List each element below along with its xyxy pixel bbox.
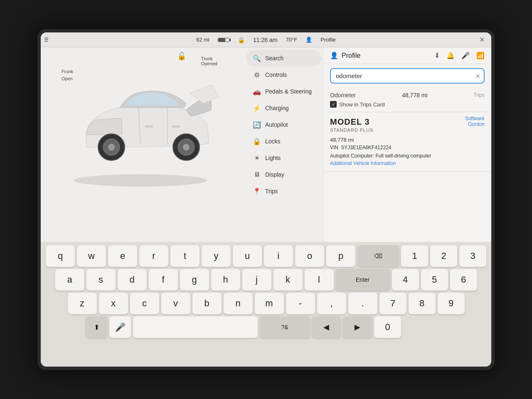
key-3[interactable]: 3 [459,245,486,267]
key-i[interactable]: i [264,245,293,267]
clear-search-icon[interactable]: ✕ [475,72,480,80]
odometer-row: Odometer 48,778 mi Trips [330,92,485,99]
software-label[interactable]: Software [465,116,485,121]
screen-inner: ☰ 62 mi 🔒 11:26 am 70°F 👤 Profile ✕ Frun… [41,32,491,367]
software-section: Software Gordon [465,116,485,127]
charging-icon: ⚡ [253,104,261,112]
sidebar-item-trips[interactable]: 📍 Trips [246,183,321,200]
sidebar-lights-label: Lights [265,155,281,161]
key-2[interactable]: 2 [430,245,457,267]
key-comma[interactable]: , [317,293,346,314]
key-4[interactable]: 4 [392,269,419,291]
key-t[interactable]: t [170,245,200,267]
keyboard-row-4: ⬆ 🎤 ?& ◀ ▶ 0 [43,316,489,338]
key-0[interactable]: 0 [374,316,401,338]
key-n[interactable]: n [224,293,253,314]
status-bar: ☰ 62 mi 🔒 11:26 am 70°F 👤 Profile ✕ [41,32,491,47]
key-o[interactable]: o [295,245,324,267]
bell-icon[interactable]: 🔔 [446,52,455,59]
vehicle-vin: VIN 5YJ3E1EA6KF412224 [330,145,485,150]
controls-icon: ⚙ [253,71,261,79]
key-9[interactable]: 9 [438,293,465,314]
key-5[interactable]: 5 [421,269,448,291]
status-left: ☰ [44,37,49,43]
key-r[interactable]: r [139,245,168,267]
trips-link[interactable]: Trips [474,92,485,98]
key-arrow-left[interactable]: ◀ [312,316,341,338]
key-arrow-right[interactable]: ▶ [343,316,372,338]
key-m[interactable]: m [255,293,284,314]
sidebar-item-autopilot[interactable]: 🔄 Autopilot [246,116,321,133]
car-illustration: ⚡ [62,60,219,193]
key-v[interactable]: v [161,293,190,314]
key-dash[interactable]: - [286,293,315,314]
vin-label: VIN [330,145,338,150]
key-space[interactable] [133,316,258,338]
additional-info-link[interactable]: Additional Vehicle Information [330,160,485,166]
key-period[interactable]: . [348,293,377,314]
close-button[interactable]: ✕ [479,36,485,44]
mic-header-icon[interactable]: 🎤 [461,52,470,59]
key-enter[interactable]: Enter [336,269,390,291]
car-lock-icon: 🔓 [177,52,186,61]
left-car-panel: Frunk Open Trunk Opened 🔓 [41,47,244,242]
key-f[interactable]: f [149,269,178,291]
sidebar-item-lights[interactable]: ☀ Lights [246,150,321,166]
autopilot-value: Full self-driving computer [375,153,431,159]
autopilot-info: Autopilot Computer: Full self-driving co… [330,153,485,159]
key-l[interactable]: l [305,269,334,291]
right-panel-spacer [323,172,491,242]
key-w[interactable]: w [77,245,106,267]
status-center: 62 mi 🔒 11:26 am 70°F 👤 Profile [196,37,336,43]
search-box: ✕ [330,68,485,84]
numpad-spacer [403,316,446,338]
key-a[interactable]: a [55,269,84,291]
sidebar-item-charging[interactable]: ⚡ Charging [246,100,321,116]
sidebar-controls-label: Controls [265,71,287,78]
key-special[interactable]: ?& [260,316,310,338]
vehicle-info: Software Gordon MODEL 3 STANDARD PLUS 48… [323,112,491,172]
vehicle-variant: STANDARD PLUS [330,128,485,133]
profile-person-icon: 👤 [330,52,338,59]
sidebar-item-controls[interactable]: ⚙ Controls [246,66,321,83]
key-d[interactable]: d [118,269,147,291]
download-icon[interactable]: ⬇ [434,52,440,59]
sidebar-item-search[interactable]: 🔍 Search [246,50,321,66]
user-name: Gordon [465,121,485,127]
profile-title-label: Profile [342,52,360,59]
key-1[interactable]: 1 [401,245,428,267]
key-b[interactable]: b [192,293,222,314]
sidebar-item-display[interactable]: 🖥 Display [246,166,321,183]
key-h[interactable]: h [211,269,240,291]
autopilot-icon: 🔄 [253,121,261,129]
key-x[interactable]: x [99,293,128,314]
key-backspace[interactable]: ⌫ [357,245,399,267]
sidebar-display-label: Display [265,171,284,178]
key-6[interactable]: 6 [450,269,477,291]
middle-menu-panel: 🔍 Search ⚙ Controls 🚗 Pedals & Steering … [244,47,323,242]
wifi-icon: 📶 [476,52,485,59]
key-caps[interactable]: ⬆ [86,316,107,338]
key-g[interactable]: g [180,269,209,291]
key-e[interactable]: e [108,245,137,267]
sidebar-item-locks[interactable]: 🔒 Locks [246,133,321,150]
key-p[interactable]: p [326,245,355,267]
key-z[interactable]: z [68,293,97,314]
key-j[interactable]: j [242,269,271,291]
key-c[interactable]: c [130,293,159,314]
key-7[interactable]: 7 [379,293,406,314]
key-8[interactable]: 8 [409,293,436,314]
key-y[interactable]: y [202,245,231,267]
keyboard-row-3: z x c v b n m - , . 7 8 9 [43,293,489,314]
sidebar-item-pedals[interactable]: 🚗 Pedals & Steering [246,83,321,100]
profile-icon-group: ⬇ 🔔 🎤 📶 [434,52,485,59]
key-u[interactable]: u [233,245,262,267]
search-input[interactable] [330,68,485,84]
key-k[interactable]: k [273,269,303,291]
sidebar-locks-label: Locks [265,138,281,145]
key-s[interactable]: s [86,269,116,291]
key-mic[interactable]: 🎤 [109,316,131,338]
show-trips-checkbox[interactable]: ✓ [330,101,337,108]
key-q[interactable]: q [46,245,75,267]
sidebar-charging-label: Charging [265,105,289,111]
